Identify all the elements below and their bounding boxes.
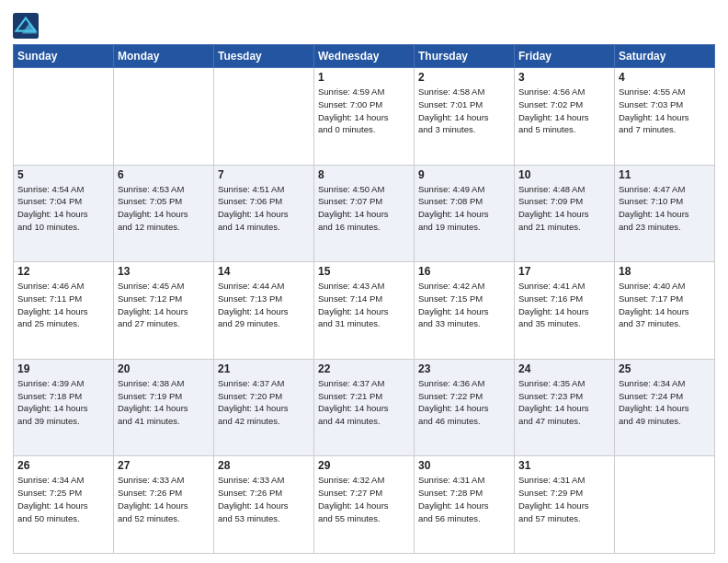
cell-sun-info: Sunrise: 4:47 AMSunset: 7:10 PMDaylight:… (619, 183, 711, 234)
cell-sun-info: Sunrise: 4:38 AMSunset: 7:19 PMDaylight:… (118, 377, 210, 428)
cell-sun-info: Sunrise: 4:33 AMSunset: 7:26 PMDaylight:… (218, 474, 310, 524)
cell-sun-info: Sunrise: 4:33 AMSunset: 7:26 PMDaylight:… (118, 474, 210, 524)
calendar-cell: 21Sunrise: 4:37 AMSunset: 7:20 PMDayligh… (214, 359, 314, 456)
logo-icon (13, 13, 39, 39)
day-number: 4 (619, 71, 711, 84)
calendar-cell: 20Sunrise: 4:38 AMSunset: 7:19 PMDayligh… (114, 359, 214, 456)
day-number: 13 (118, 265, 210, 278)
calendar-cell (214, 68, 314, 166)
day-number: 19 (17, 362, 109, 375)
calendar-week-row: 12Sunrise: 4:46 AMSunset: 7:11 PMDayligh… (14, 262, 715, 360)
calendar-cell: 12Sunrise: 4:46 AMSunset: 7:11 PMDayligh… (14, 262, 114, 360)
day-number: 22 (318, 362, 410, 375)
calendar-cell: 3Sunrise: 4:56 AMSunset: 7:02 PMDaylight… (515, 68, 615, 166)
header (13, 9, 715, 39)
calendar-cell: 1Sunrise: 4:59 AMSunset: 7:00 PMDaylight… (314, 68, 415, 166)
cell-sun-info: Sunrise: 4:31 AMSunset: 7:28 PMDaylight:… (418, 474, 510, 524)
day-number: 28 (218, 459, 310, 472)
calendar-cell: 19Sunrise: 4:39 AMSunset: 7:18 PMDayligh… (14, 359, 114, 456)
day-number: 17 (518, 265, 610, 278)
calendar-cell: 29Sunrise: 4:32 AMSunset: 7:27 PMDayligh… (314, 456, 415, 554)
day-number: 30 (418, 459, 510, 472)
day-number: 9 (418, 168, 510, 181)
day-number: 12 (17, 265, 109, 278)
calendar-cell: 14Sunrise: 4:44 AMSunset: 7:13 PMDayligh… (214, 262, 314, 360)
cell-sun-info: Sunrise: 4:50 AMSunset: 7:07 PMDaylight:… (318, 183, 410, 234)
calendar-table: SundayMondayTuesdayWednesdayThursdayFrid… (13, 44, 715, 554)
cell-sun-info: Sunrise: 4:41 AMSunset: 7:16 PMDaylight:… (518, 280, 610, 330)
calendar-week-row: 5Sunrise: 4:54 AMSunset: 7:04 PMDaylight… (14, 165, 715, 262)
calendar-cell: 8Sunrise: 4:50 AMSunset: 7:07 PMDaylight… (314, 165, 415, 262)
calendar-cell: 17Sunrise: 4:41 AMSunset: 7:16 PMDayligh… (515, 262, 615, 360)
day-number: 6 (118, 168, 210, 181)
calendar-cell: 5Sunrise: 4:54 AMSunset: 7:04 PMDaylight… (14, 165, 114, 262)
day-number: 15 (318, 265, 410, 278)
calendar-cell: 15Sunrise: 4:43 AMSunset: 7:14 PMDayligh… (314, 262, 415, 360)
day-number: 16 (418, 265, 510, 278)
cell-sun-info: Sunrise: 4:48 AMSunset: 7:09 PMDaylight:… (518, 183, 610, 234)
cell-sun-info: Sunrise: 4:32 AMSunset: 7:27 PMDaylight:… (318, 474, 410, 524)
day-number: 25 (619, 362, 711, 375)
day-number: 10 (518, 168, 610, 181)
page: SundayMondayTuesdayWednesdayThursdayFrid… (0, 0, 728, 563)
cell-sun-info: Sunrise: 4:43 AMSunset: 7:14 PMDaylight:… (318, 280, 410, 330)
cell-sun-info: Sunrise: 4:54 AMSunset: 7:04 PMDaylight:… (17, 183, 109, 234)
calendar-cell (114, 68, 214, 166)
day-number: 7 (218, 168, 310, 181)
day-number: 23 (418, 362, 510, 375)
calendar-cell: 9Sunrise: 4:49 AMSunset: 7:08 PMDaylight… (415, 165, 515, 262)
cell-sun-info: Sunrise: 4:31 AMSunset: 7:29 PMDaylight:… (518, 474, 610, 524)
day-number: 11 (619, 168, 711, 181)
calendar-body: 1Sunrise: 4:59 AMSunset: 7:00 PMDaylight… (14, 68, 715, 554)
calendar-week-row: 1Sunrise: 4:59 AMSunset: 7:00 PMDaylight… (14, 68, 715, 166)
day-number: 29 (318, 459, 410, 472)
cell-sun-info: Sunrise: 4:37 AMSunset: 7:21 PMDaylight:… (318, 377, 410, 428)
day-number: 2 (418, 71, 510, 84)
cell-sun-info: Sunrise: 4:40 AMSunset: 7:17 PMDaylight:… (619, 280, 711, 330)
calendar-cell: 4Sunrise: 4:55 AMSunset: 7:03 PMDaylight… (615, 68, 715, 166)
logo (13, 13, 41, 39)
day-header: Friday (515, 45, 615, 68)
calendar-cell: 28Sunrise: 4:33 AMSunset: 7:26 PMDayligh… (214, 456, 314, 554)
calendar-week-row: 19Sunrise: 4:39 AMSunset: 7:18 PMDayligh… (14, 359, 715, 456)
day-number: 14 (218, 265, 310, 278)
day-number: 3 (518, 71, 610, 84)
cell-sun-info: Sunrise: 4:55 AMSunset: 7:03 PMDaylight:… (619, 86, 711, 136)
calendar-cell (615, 456, 715, 554)
day-number: 20 (118, 362, 210, 375)
cell-sun-info: Sunrise: 4:53 AMSunset: 7:05 PMDaylight:… (118, 183, 210, 234)
cell-sun-info: Sunrise: 4:56 AMSunset: 7:02 PMDaylight:… (518, 86, 610, 136)
calendar-cell: 2Sunrise: 4:58 AMSunset: 7:01 PMDaylight… (415, 68, 515, 166)
calendar-cell: 27Sunrise: 4:33 AMSunset: 7:26 PMDayligh… (114, 456, 214, 554)
cell-sun-info: Sunrise: 4:46 AMSunset: 7:11 PMDaylight:… (17, 280, 109, 330)
cell-sun-info: Sunrise: 4:49 AMSunset: 7:08 PMDaylight:… (418, 183, 510, 234)
cell-sun-info: Sunrise: 4:51 AMSunset: 7:06 PMDaylight:… (218, 183, 310, 234)
cell-sun-info: Sunrise: 4:35 AMSunset: 7:23 PMDaylight:… (518, 377, 610, 428)
day-number: 24 (518, 362, 610, 375)
calendar-cell: 18Sunrise: 4:40 AMSunset: 7:17 PMDayligh… (615, 262, 715, 360)
cell-sun-info: Sunrise: 4:36 AMSunset: 7:22 PMDaylight:… (418, 377, 510, 428)
calendar-week-row: 26Sunrise: 4:34 AMSunset: 7:25 PMDayligh… (14, 456, 715, 554)
cell-sun-info: Sunrise: 4:42 AMSunset: 7:15 PMDaylight:… (418, 280, 510, 330)
calendar-cell: 26Sunrise: 4:34 AMSunset: 7:25 PMDayligh… (14, 456, 114, 554)
day-header: Monday (114, 45, 214, 68)
calendar-cell (14, 68, 114, 166)
day-number: 31 (518, 459, 610, 472)
calendar-header-row: SundayMondayTuesdayWednesdayThursdayFrid… (14, 45, 715, 68)
day-header: Tuesday (214, 45, 314, 68)
calendar-cell: 24Sunrise: 4:35 AMSunset: 7:23 PMDayligh… (515, 359, 615, 456)
calendar-cell: 23Sunrise: 4:36 AMSunset: 7:22 PMDayligh… (415, 359, 515, 456)
day-number: 8 (318, 168, 410, 181)
cell-sun-info: Sunrise: 4:34 AMSunset: 7:24 PMDaylight:… (619, 377, 711, 428)
calendar-cell: 13Sunrise: 4:45 AMSunset: 7:12 PMDayligh… (114, 262, 214, 360)
calendar-cell: 16Sunrise: 4:42 AMSunset: 7:15 PMDayligh… (415, 262, 515, 360)
day-number: 1 (318, 71, 410, 84)
day-header: Wednesday (314, 45, 415, 68)
day-number: 27 (118, 459, 210, 472)
calendar-cell: 30Sunrise: 4:31 AMSunset: 7:28 PMDayligh… (415, 456, 515, 554)
cell-sun-info: Sunrise: 4:44 AMSunset: 7:13 PMDaylight:… (218, 280, 310, 330)
day-number: 26 (17, 459, 109, 472)
cell-sun-info: Sunrise: 4:34 AMSunset: 7:25 PMDaylight:… (17, 474, 109, 524)
calendar-cell: 31Sunrise: 4:31 AMSunset: 7:29 PMDayligh… (515, 456, 615, 554)
calendar-cell: 6Sunrise: 4:53 AMSunset: 7:05 PMDaylight… (114, 165, 214, 262)
